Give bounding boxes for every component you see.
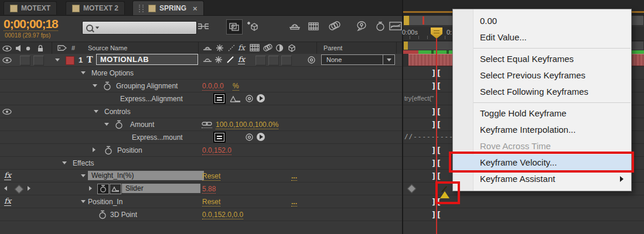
property-value[interactable]: 0.0,152.0,0.0 [202,211,243,219]
search-options-icon[interactable] [96,27,99,29]
auto-keyframe-button[interactable] [373,19,388,33]
effect-reset-link[interactable]: Reset [202,172,220,181]
menu-separator [454,48,631,49]
menu-item-value[interactable]: 0.00 [453,13,631,29]
effect-visibility-eye-icon[interactable] [2,109,12,115]
property-expander-icon[interactable] [104,123,109,126]
property-value[interactable]: 0.0,0.0 [202,82,224,91]
property-group-name[interactable]: Effects [73,159,94,167]
tab-label: MOTEXT [21,4,50,12]
menu-item-select-previous-keyframes[interactable]: Select Previous Keyframes [453,67,631,84]
stopwatch-icon[interactable] [98,210,107,219]
navigator-start-handle[interactable] [404,16,410,25]
property-group-name[interactable]: Controls [104,108,131,116]
effect-name[interactable]: Position_In [88,198,122,206]
property-value-suffix[interactable]: % [233,82,239,91]
add-keyframe-icon[interactable] [15,185,24,194]
tab-motext[interactable]: MOTEXT [4,1,57,15]
annotation-box-keyframe [435,181,460,204]
live-update-button[interactable] [226,19,243,35]
work-area-start-handle[interactable] [404,42,408,50]
effect-options-link[interactable]: ... [291,172,297,181]
menu-item-keyframe-assistant[interactable]: Keyframe Assistant [453,171,631,187]
property-value[interactable]: 100.0,100.0,100.0% [216,121,278,129]
property-name[interactable]: Amount [130,121,154,129]
shy-layers-button[interactable] [287,19,302,33]
lock-toggle[interactable] [33,56,44,66]
group-expander-icon[interactable] [81,71,86,74]
menu-item-select-equal-keyframes[interactable]: Select Equal Keyframes [453,51,631,67]
show-graph-icon[interactable] [230,95,241,103]
effect-reset-link[interactable]: Reset [202,198,220,207]
menu-item-keyframe-interpolation[interactable]: Keyframe Interpolation... [453,122,631,138]
group-expander-icon[interactable] [94,110,98,113]
stopwatch-active-icon[interactable] [97,184,109,194]
collapse-toggle-icon[interactable] [214,56,223,64]
draft-3d-button[interactable] [245,19,260,33]
layer-label-color-chip[interactable] [66,56,74,65]
expression-pickwhip-icon[interactable] [245,133,254,142]
stopwatch-icon[interactable] [115,120,123,129]
shy-toggle-icon[interactable] [203,56,212,64]
property-expander-icon[interactable] [93,147,96,152]
frame-blending-button[interactable] [306,19,321,33]
fx-toggle-icon[interactable]: fx [238,55,245,64]
property-group-name[interactable]: More Options [91,69,134,77]
menu-item-toggle-hold-keyframe[interactable]: Toggle Hold Keyframe [453,105,631,122]
effect-name[interactable]: Weight_In(%) [88,171,204,180]
next-keyframe-icon[interactable] [28,186,30,191]
expression-name[interactable]: Express...Alignment [120,95,183,103]
layer-name-field[interactable]: MOTIONLAB [96,54,198,65]
layer-visibility-eye-icon[interactable] [2,57,12,63]
solo-toggle[interactable] [20,56,30,66]
property-expander-icon[interactable] [89,186,92,191]
brainstorm-button[interactable] [354,19,369,33]
property-name[interactable]: 3D Point [110,211,137,219]
stopwatch-icon[interactable] [104,146,113,155]
property-expander-icon[interactable] [93,84,97,87]
fx-badge[interactable]: fx [4,171,11,180]
property-value[interactable]: 5.88 [202,185,216,194]
expression-enabled-icon[interactable] [214,133,224,142]
parent-pickwhip-icon[interactable] [307,56,316,64]
close-icon[interactable]: × [193,4,197,13]
layer-row-motionlab[interactable]: 1 T MOTIONLAB fx None [0,54,402,67]
expression-pickwhip-icon[interactable] [245,94,254,103]
layer-expander-icon[interactable] [55,58,60,61]
effect-expander-icon[interactable] [81,200,86,203]
expression-language-menu-icon[interactable] [257,133,265,141]
dimension-link-icon[interactable] [202,121,212,128]
tab-motext-2[interactable]: MOTEXT 2 [66,1,125,15]
timeline-search-input[interactable] [82,21,197,35]
fx-badge[interactable]: fx [4,197,11,206]
frame-blend-toggle[interactable] [255,56,266,66]
graph-overlay-icon[interactable] [110,184,121,194]
graph-editor-button[interactable] [388,19,403,33]
property-name[interactable]: Position [117,146,142,154]
motion-blur-toggle[interactable] [268,56,279,66]
property-name[interactable]: Slider [122,184,200,193]
parent-dropdown[interactable]: None [321,54,395,65]
solo-column-icon [26,46,30,51]
annotation-box-keyframe-velocity [449,152,634,173]
tab-spring[interactable]: SPRING × [132,1,204,15]
effect-expander-icon[interactable] [81,174,86,177]
menu-item-edit-value[interactable]: Edit Value... [453,29,631,46]
property-value[interactable]: 0.0,152.0 [202,146,231,155]
property-name[interactable]: Grouping Alignment [116,82,178,90]
expression-name[interactable]: Express...mount [132,133,183,142]
adjustment-toggle[interactable] [281,56,292,66]
menu-item-select-following-keyframes[interactable]: Select Following Keyframes [453,84,631,100]
expression-language-menu-icon[interactable] [257,94,265,102]
current-time-display[interactable]: 0;00;00;18 [4,17,58,31]
quality-toggle-icon[interactable] [226,56,234,64]
effect-options-link[interactable]: ... [291,198,297,207]
previous-keyframe-icon[interactable] [4,186,7,191]
stopwatch-icon[interactable] [103,81,111,91]
ruler-time-label-clipped: 0: [447,29,452,36]
keyframe-diamond-icon[interactable] [407,184,417,194]
expression-enabled-icon[interactable] [214,94,224,103]
group-expander-icon[interactable] [62,161,67,164]
motion-blur-button[interactable] [327,19,342,33]
comp-mini-flowchart-button[interactable] [196,19,211,33]
